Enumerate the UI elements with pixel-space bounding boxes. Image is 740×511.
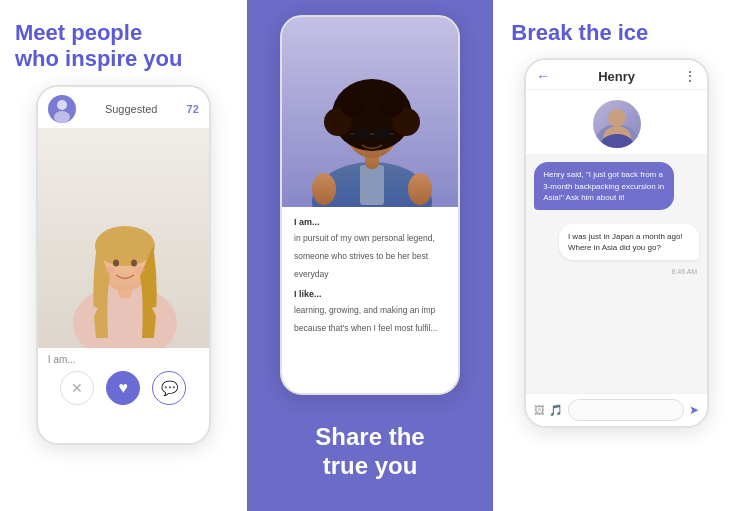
bio-text-2: learning, growing, and making an impbeca… xyxy=(294,305,437,333)
bio-i-like: I like... learning, growing, and making … xyxy=(294,289,446,335)
chat-header: ← Henry ⋮ xyxy=(526,60,707,90)
woman-illustration xyxy=(38,128,209,348)
svg-point-1 xyxy=(54,111,70,123)
svg-point-8 xyxy=(131,259,137,266)
svg-point-27 xyxy=(312,173,336,205)
svg-rect-13 xyxy=(360,165,384,205)
phone-mockup-2: I am... in pursuit of my own personal le… xyxy=(280,15,460,395)
svg-rect-22 xyxy=(354,129,370,139)
message-input-bar: 🖼 🎵 ➤ xyxy=(526,393,707,426)
svg-point-0 xyxy=(57,100,67,110)
bio-label-2: I like... xyxy=(294,289,446,299)
svg-point-30 xyxy=(608,109,626,127)
svg-point-21 xyxy=(359,80,385,106)
message-input[interactable] xyxy=(568,399,684,421)
svg-point-10 xyxy=(135,267,145,273)
mic-icon[interactable]: 🎵 xyxy=(549,404,563,417)
phone-mockup-1: Suggested 72 xyxy=(36,85,211,445)
chat-messages-area: Henry said, "I just got back from a 3-mo… xyxy=(526,154,707,393)
svg-point-9 xyxy=(105,267,115,273)
phone1-header: Suggested 72 xyxy=(38,87,209,128)
bio-label-1: I am... xyxy=(294,217,446,227)
svg-point-7 xyxy=(113,259,119,266)
profile-photo-curly xyxy=(282,17,458,207)
message-timestamp: 8:46 AM xyxy=(671,268,697,275)
message-bubble-1-wrap: Henry said, "I just got back from a 3-mo… xyxy=(534,162,699,216)
section-meet-people: Meet people who inspire you Suggested 72 xyxy=(0,0,247,511)
section3-heading: Break the ice xyxy=(503,20,730,46)
dislike-button[interactable]: ✕ xyxy=(60,371,94,405)
i-am-label: I am... xyxy=(48,354,199,365)
bio-content: I am... in pursuit of my own personal le… xyxy=(282,207,458,353)
avatar xyxy=(48,95,76,123)
phone-mockup-3: ← Henry ⋮ Henry said, "I just got back f… xyxy=(524,58,709,428)
bio-i-am: I am... in pursuit of my own personal le… xyxy=(294,217,446,281)
more-options-button[interactable]: ⋮ xyxy=(683,68,697,84)
section-share-true-you: I am... in pursuit of my own personal le… xyxy=(247,0,494,511)
chat-contact-name: Henry xyxy=(598,69,635,84)
attachment-icons: 🖼 🎵 xyxy=(534,404,563,417)
message-bubble-2-wrap: I was just in Japan a month ago! Where i… xyxy=(534,224,699,275)
sent-message-1: I was just in Japan a month ago! Where i… xyxy=(559,224,699,260)
action-buttons-row: ✕ ♥ 💬 xyxy=(48,371,199,405)
image-icon[interactable]: 🖼 xyxy=(534,404,545,417)
like-button[interactable]: ♥ xyxy=(106,371,140,405)
contact-avatar-area xyxy=(526,90,707,154)
section1-heading: Meet people who inspire you xyxy=(10,20,237,73)
message-button[interactable]: 💬 xyxy=(152,371,186,405)
back-button[interactable]: ← xyxy=(536,68,550,84)
badge-number: 72 xyxy=(187,103,199,115)
section-break-ice: Break the ice ← Henry ⋮ xyxy=(493,0,740,511)
bio-text-1: in pursuit of my own personal legend,som… xyxy=(294,233,435,279)
svg-point-28 xyxy=(408,173,432,205)
curly-woman-illustration xyxy=(282,17,458,207)
phone1-bottom-bar: I am... ✕ ♥ 💬 xyxy=(38,348,209,411)
svg-point-6 xyxy=(95,226,155,266)
section2-tagline: Share the true you xyxy=(247,423,494,481)
profile-photo-area xyxy=(38,128,209,348)
received-message-1: Henry said, "I just got back from a 3-mo… xyxy=(534,162,674,210)
send-button[interactable]: ➤ xyxy=(689,403,699,417)
suggested-label: Suggested xyxy=(105,103,158,115)
svg-rect-23 xyxy=(374,129,390,139)
contact-avatar xyxy=(593,100,641,148)
